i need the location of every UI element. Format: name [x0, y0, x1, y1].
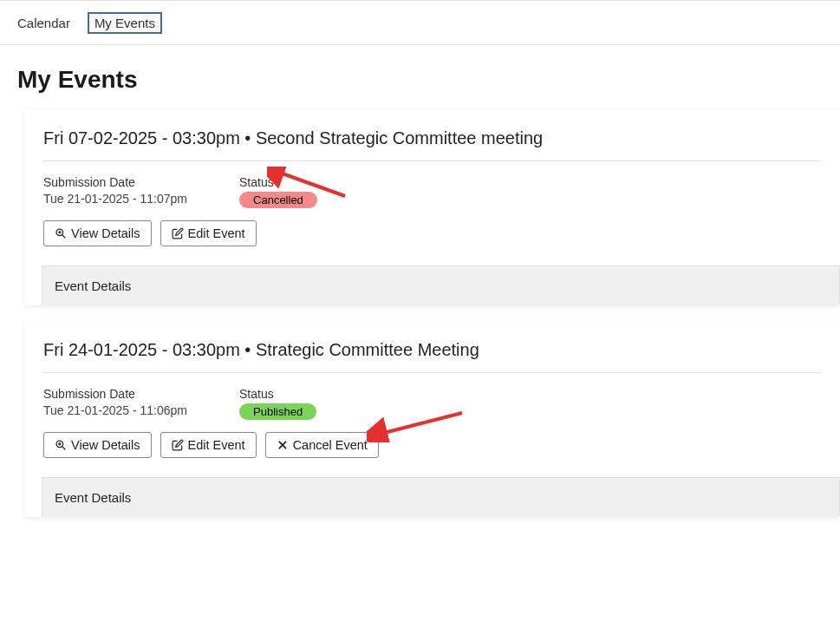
submission-date-value: Tue 21-01-2025 - 11:07pm [43, 192, 187, 206]
view-details-button[interactable]: View Details [43, 220, 152, 246]
edit-icon [172, 227, 184, 239]
divider [43, 372, 821, 373]
cancel-event-button[interactable]: Cancel Event [265, 432, 379, 458]
zoom-in-icon [55, 227, 67, 239]
edit-icon [172, 439, 184, 451]
status-block: Status Cancelled [239, 175, 317, 208]
actions-row: View Details Edit Event Cancel Event [43, 432, 821, 458]
tabs-bar: Calendar My Events [0, 0, 840, 45]
status-badge-published: Published [239, 403, 316, 420]
actions-row: View Details Edit Event [43, 220, 821, 246]
edit-event-button[interactable]: Edit Event [160, 220, 257, 246]
event-details-header[interactable]: Event Details [42, 477, 840, 517]
submission-date-label: Submission Date [43, 387, 187, 401]
view-details-label: View Details [71, 226, 140, 240]
svg-line-7 [62, 447, 66, 450]
status-block: Status Published [239, 387, 316, 420]
zoom-in-icon [55, 439, 67, 451]
divider [43, 160, 821, 161]
submission-block: Submission Date Tue 21-01-2025 - 11:06pm [43, 387, 187, 417]
status-label: Status [239, 387, 316, 401]
page-title: My Events [17, 66, 823, 94]
status-badge-cancelled: Cancelled [239, 192, 317, 208]
tab-my-events[interactable]: My Events [88, 12, 162, 34]
meta-row: Submission Date Tue 21-01-2025 - 11:07pm… [43, 175, 821, 208]
status-label: Status [239, 175, 317, 189]
meta-row: Submission Date Tue 21-01-2025 - 11:06pm… [43, 387, 821, 420]
edit-event-button[interactable]: Edit Event [160, 432, 257, 458]
close-icon [277, 439, 289, 451]
cancel-event-label: Cancel Event [293, 438, 368, 452]
view-details-label: View Details [71, 438, 140, 452]
svg-line-3 [62, 235, 66, 239]
tab-calendar[interactable]: Calendar [17, 12, 70, 34]
event-card: Fri 07-02-2025 - 03:30pm • Second Strate… [24, 109, 840, 305]
event-title: Fri 07-02-2025 - 03:30pm • Second Strate… [43, 128, 821, 148]
event-details-header[interactable]: Event Details [42, 265, 840, 305]
edit-event-label: Edit Event [188, 438, 245, 452]
submission-date-label: Submission Date [43, 175, 187, 189]
submission-date-value: Tue 21-01-2025 - 11:06pm [43, 403, 187, 417]
edit-event-label: Edit Event [188, 226, 245, 240]
event-title: Fri 24-01-2025 - 03:30pm • Strategic Com… [43, 340, 821, 360]
event-card: Fri 24-01-2025 - 03:30pm • Strategic Com… [24, 321, 840, 517]
view-details-button[interactable]: View Details [43, 432, 152, 458]
submission-block: Submission Date Tue 21-01-2025 - 11:07pm [43, 175, 187, 206]
